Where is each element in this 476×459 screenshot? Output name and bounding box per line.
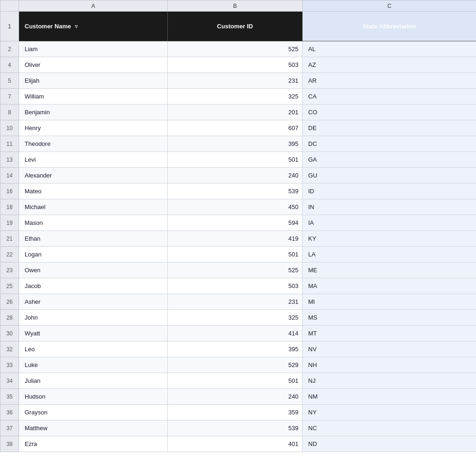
customer-id-cell[interactable]: 529 <box>168 357 303 373</box>
customer-id-cell[interactable]: 325 <box>168 310 303 326</box>
state-abbreviation-cell[interactable]: DE <box>303 120 476 136</box>
customer-name-cell[interactable]: Julian <box>19 373 168 389</box>
state-abbreviation-cell[interactable]: GU <box>303 168 476 184</box>
customer-name-cell[interactable]: Logan <box>19 247 168 262</box>
table-row: 26Asher231MI <box>0 294 476 310</box>
state-abbreviation-cell[interactable]: NV <box>303 341 476 357</box>
customer-name-cell[interactable]: Michael <box>19 199 168 215</box>
state-abbreviation-cell[interactable]: ID <box>303 184 476 199</box>
table-row: 21Ethan419KY <box>0 231 476 247</box>
customer-id-cell[interactable]: 414 <box>168 326 303 341</box>
data-header-row: 1 Customer Name ▿ Customer ID State Abbr… <box>0 12 476 41</box>
state-abbreviation-cell[interactable]: MA <box>303 278 476 294</box>
customer-id-cell[interactable]: 525 <box>168 262 303 278</box>
state-abbreviation-cell[interactable]: NM <box>303 389 476 405</box>
customer-id-cell[interactable]: 325 <box>168 89 303 105</box>
col-a-header[interactable]: A <box>19 0 168 12</box>
state-abbreviation-cell[interactable]: NY <box>303 405 476 420</box>
customer-id-header[interactable]: Customer ID <box>168 12 303 41</box>
state-abbreviation-cell[interactable]: NC <box>303 420 476 436</box>
state-abbreviation-cell[interactable]: KY <box>303 231 476 247</box>
filter-icon[interactable]: ▿ <box>75 23 81 30</box>
customer-id-cell[interactable]: 594 <box>168 215 303 231</box>
customer-name-cell[interactable]: Ethan <box>19 231 168 247</box>
spreadsheet-container: A B C 1 Customer Name ▿ Customer ID Stat… <box>0 0 476 452</box>
state-abbreviation-cell[interactable]: NH <box>303 357 476 373</box>
table-row: 11Theodore395DC <box>0 136 476 152</box>
state-abbreviation-cell[interactable]: LA <box>303 247 476 262</box>
state-abbreviation-cell[interactable]: ND <box>303 436 476 452</box>
table-row: 19Mason594IA <box>0 215 476 231</box>
customer-name-cell[interactable]: Leo <box>19 341 168 357</box>
row-number: 4 <box>0 57 19 73</box>
customer-name-cell[interactable]: Grayson <box>19 405 168 420</box>
customer-id-cell[interactable]: 231 <box>168 294 303 310</box>
row-number: 23 <box>0 262 19 278</box>
state-abbreviation-cell[interactable]: AR <box>303 73 476 89</box>
customer-id-cell[interactable]: 395 <box>168 341 303 357</box>
customer-name-cell[interactable]: Mason <box>19 215 168 231</box>
customer-id-cell[interactable]: 201 <box>168 105 303 120</box>
state-abbreviation-cell[interactable]: ME <box>303 262 476 278</box>
customer-name-cell[interactable]: Benjamin <box>19 105 168 120</box>
customer-name-cell[interactable]: Owen <box>19 262 168 278</box>
customer-name-cell[interactable]: Matthew <box>19 420 168 436</box>
state-abbreviation-cell[interactable]: AL <box>303 41 476 57</box>
customer-id-cell[interactable]: 395 <box>168 136 303 152</box>
customer-id-cell[interactable]: 501 <box>168 247 303 262</box>
customer-id-cell[interactable]: 525 <box>168 41 303 57</box>
customer-id-cell[interactable]: 240 <box>168 389 303 405</box>
row-number: 21 <box>0 231 19 247</box>
customer-id-cell[interactable]: 231 <box>168 73 303 89</box>
state-abbreviation-cell[interactable]: CA <box>303 89 476 105</box>
customer-name-cell[interactable]: Jacob <box>19 278 168 294</box>
customer-id-cell[interactable]: 501 <box>168 152 303 168</box>
customer-name-cell[interactable]: Henry <box>19 120 168 136</box>
state-abbreviation-cell[interactable]: AZ <box>303 57 476 73</box>
customer-name-cell[interactable]: John <box>19 310 168 326</box>
customer-id-cell[interactable]: 539 <box>168 184 303 199</box>
customer-name-cell[interactable]: Liam <box>19 41 168 57</box>
row-number: 37 <box>0 420 19 436</box>
customer-name-cell[interactable]: Asher <box>19 294 168 310</box>
table-row: 5Elijah231AR <box>0 73 476 89</box>
customer-name-cell[interactable]: Wyatt <box>19 326 168 341</box>
customer-id-cell[interactable]: 401 <box>168 436 303 452</box>
customer-name-cell[interactable]: Levi <box>19 152 168 168</box>
row-number: 16 <box>0 184 19 199</box>
row-number: 2 <box>0 41 19 57</box>
customer-name-cell[interactable]: Hudson <box>19 389 168 405</box>
customer-name-cell[interactable]: William <box>19 89 168 105</box>
state-abbreviation-cell[interactable]: MS <box>303 310 476 326</box>
customer-name-cell[interactable]: Elijah <box>19 73 168 89</box>
customer-name-cell[interactable]: Mateo <box>19 184 168 199</box>
customer-name-cell[interactable]: Luke <box>19 357 168 373</box>
state-abbreviation-cell[interactable]: CO <box>303 105 476 120</box>
state-abbreviation-cell[interactable]: NJ <box>303 373 476 389</box>
state-abbreviation-header[interactable]: State Abbreviation <box>303 12 476 41</box>
spreadsheet-table: A B C 1 Customer Name ▿ Customer ID Stat… <box>0 0 476 452</box>
customer-name-header[interactable]: Customer Name ▿ <box>19 12 168 41</box>
state-abbreviation-cell[interactable]: IA <box>303 215 476 231</box>
state-abbreviation-cell[interactable]: IN <box>303 199 476 215</box>
state-abbreviation-cell[interactable]: GA <box>303 152 476 168</box>
customer-id-cell[interactable]: 419 <box>168 231 303 247</box>
state-abbreviation-cell[interactable]: MI <box>303 294 476 310</box>
customer-id-cell[interactable]: 450 <box>168 199 303 215</box>
row-number: 35 <box>0 389 19 405</box>
customer-id-cell[interactable]: 503 <box>168 278 303 294</box>
customer-name-cell[interactable]: Ezra <box>19 436 168 452</box>
customer-name-cell[interactable]: Alexander <box>19 168 168 184</box>
customer-name-cell[interactable]: Oliver <box>19 57 168 73</box>
customer-id-cell[interactable]: 359 <box>168 405 303 420</box>
col-c-header[interactable]: C <box>303 0 476 12</box>
customer-id-cell[interactable]: 503 <box>168 57 303 73</box>
customer-id-cell[interactable]: 501 <box>168 373 303 389</box>
customer-id-cell[interactable]: 607 <box>168 120 303 136</box>
col-b-header[interactable]: B <box>168 0 303 12</box>
state-abbreviation-cell[interactable]: MT <box>303 326 476 341</box>
customer-id-cell[interactable]: 240 <box>168 168 303 184</box>
customer-name-cell[interactable]: Theodore <box>19 136 168 152</box>
customer-id-cell[interactable]: 539 <box>168 420 303 436</box>
state-abbreviation-cell[interactable]: DC <box>303 136 476 152</box>
